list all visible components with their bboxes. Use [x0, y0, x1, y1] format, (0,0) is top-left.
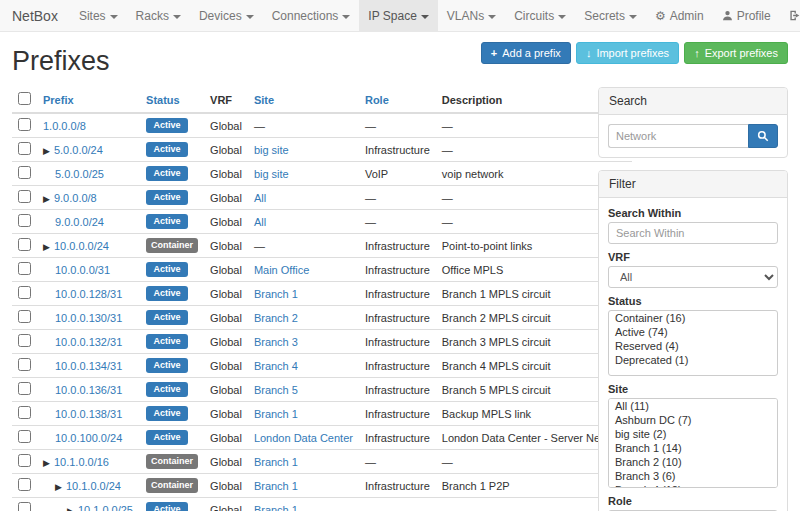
prefix-link[interactable]: 9.0.0.0/8	[54, 192, 97, 204]
site-link[interactable]: Branch 3	[254, 336, 298, 348]
row-checkbox[interactable]	[18, 214, 31, 227]
row-checkbox[interactable]	[18, 166, 31, 179]
prefix-link[interactable]: 10.1.0.0/24	[66, 480, 121, 492]
vrf-cell: Global	[204, 113, 248, 138]
row-checkbox[interactable]	[18, 430, 31, 443]
prefix-link[interactable]: 10.1.0.0/16	[54, 456, 109, 468]
nav-item-ip-space[interactable]: IP Space	[359, 0, 437, 31]
prefix-link[interactable]: 10.0.0.134/31	[55, 360, 122, 372]
site-link[interactable]: Branch 1	[254, 288, 298, 300]
filter-option[interactable]: Branch 4 (12)	[609, 483, 777, 488]
search-within-input[interactable]	[608, 222, 778, 244]
filter-option[interactable]: All (11)	[609, 399, 777, 413]
site-link[interactable]: Branch 1	[254, 456, 298, 468]
site-link[interactable]: Branch 1	[254, 480, 298, 492]
filter-option[interactable]: Reserved (4)	[609, 339, 777, 353]
row-checkbox[interactable]	[18, 142, 31, 155]
nav-item-racks[interactable]: Racks	[127, 0, 190, 31]
table-row: ▶10.1.0.0/24ContainerGlobalBranch 1Infra…	[12, 474, 632, 498]
vrf-cell: Global	[204, 426, 248, 450]
prefix-link[interactable]: 10.0.0.0/31	[55, 264, 110, 276]
admin-link[interactable]: ⚙ Admin	[646, 0, 713, 31]
gear-icon: ⚙	[655, 10, 666, 22]
prefix-link[interactable]: 10.0.0.132/31	[55, 336, 122, 348]
status-badge: Active	[146, 262, 188, 277]
search-button[interactable]	[748, 124, 778, 148]
status-filter-select[interactable]: Container (16)Active (74)Reserved (4)Dep…	[608, 310, 778, 376]
filter-option[interactable]: Ashburn DC (7)	[609, 413, 777, 427]
prefix-link[interactable]: 5.0.0.0/24	[54, 144, 103, 156]
filter-option[interactable]: big site (2)	[609, 427, 777, 441]
row-checkbox[interactable]	[18, 118, 31, 131]
row-checkbox[interactable]	[18, 502, 31, 511]
site-link[interactable]: All	[254, 216, 266, 228]
prefix-link[interactable]: 1.0.0.0/8	[43, 120, 86, 132]
site-link[interactable]: big site	[254, 168, 289, 180]
import-prefixes-button[interactable]: ↓ Import prefixes	[576, 42, 679, 64]
prefix-table: PrefixStatusVRFSiteRoleDescription 1.0.0…	[12, 87, 632, 511]
site-link[interactable]: Main Office	[254, 264, 309, 276]
row-checkbox[interactable]	[18, 406, 31, 419]
prefix-link[interactable]: 10.0.0.130/31	[55, 312, 122, 324]
nav-item-connections[interactable]: Connections	[263, 0, 360, 31]
brand-link[interactable]: NetBox	[10, 0, 70, 31]
filter-option[interactable]: Deprecated (1)	[609, 353, 777, 367]
add-prefix-button[interactable]: + Add a prefix	[481, 42, 571, 64]
row-checkbox[interactable]	[18, 478, 31, 491]
row-select-cell	[12, 498, 37, 511]
prefix-link[interactable]: 10.0.0.136/31	[55, 384, 122, 396]
profile-link[interactable]: Profile	[713, 0, 780, 31]
row-checkbox[interactable]	[18, 190, 31, 203]
site-cell: Branch 1	[248, 450, 359, 474]
filter-option[interactable]: Branch 2 (10)	[609, 455, 777, 469]
column-header-site[interactable]: Site	[248, 87, 359, 113]
prefix-link[interactable]: 10.0.100.0/24	[55, 432, 122, 444]
site-filter-select[interactable]: All (11)Ashburn DC (7)big site (2)Branch…	[608, 398, 778, 488]
prefix-link[interactable]: 5.0.0.0/25	[55, 168, 104, 180]
vrf-select[interactable]: All	[608, 266, 778, 288]
site-link[interactable]: Branch 5	[254, 384, 298, 396]
row-checkbox[interactable]	[18, 334, 31, 347]
row-checkbox[interactable]	[18, 310, 31, 323]
site-link[interactable]: All	[254, 192, 266, 204]
row-checkbox[interactable]	[18, 238, 31, 251]
prefix-link[interactable]: 10.0.0.128/31	[55, 288, 122, 300]
filter-option[interactable]: Branch 1 (14)	[609, 441, 777, 455]
row-checkbox[interactable]	[18, 262, 31, 275]
select-all-checkbox[interactable]	[18, 92, 31, 105]
row-checkbox[interactable]	[18, 382, 31, 395]
nav-item-sites[interactable]: Sites	[70, 0, 127, 31]
prefix-link[interactable]: 10.0.0.0/24	[54, 240, 109, 252]
site-link[interactable]: big site	[254, 144, 289, 156]
site-link[interactable]: Branch 4	[254, 360, 298, 372]
site-cell: Branch 2	[248, 306, 359, 330]
site-link[interactable]: Branch 1	[254, 408, 298, 420]
prefix-link[interactable]: 10.1.0.0/25	[78, 504, 133, 511]
nav-item-vlans[interactable]: VLANs	[438, 0, 505, 31]
role-cell: Infrastructure	[359, 258, 436, 282]
column-header-prefix[interactable]: Prefix	[37, 87, 140, 113]
search-input[interactable]	[608, 124, 748, 148]
logout-link[interactable]: Log out	[780, 0, 800, 31]
nav-item-secrets[interactable]: Secrets	[575, 0, 646, 31]
filter-option[interactable]: Branch 3 (6)	[609, 469, 777, 483]
row-checkbox[interactable]	[18, 454, 31, 467]
row-checkbox[interactable]	[18, 358, 31, 371]
site-link[interactable]: London Data Center	[254, 432, 353, 444]
filter-option[interactable]: Active (74)	[609, 325, 777, 339]
nav-item-circuits[interactable]: Circuits	[505, 0, 575, 31]
site-link[interactable]: Branch 1	[254, 504, 298, 511]
site-link[interactable]: Branch 2	[254, 312, 298, 324]
nav-item-label: VLANs	[447, 9, 484, 23]
row-checkbox[interactable]	[18, 286, 31, 299]
export-prefixes-button[interactable]: ↑ Export prefixes	[684, 42, 788, 64]
column-header-role[interactable]: Role	[359, 87, 436, 113]
filter-option[interactable]: Container (16)	[609, 311, 777, 325]
status-cell: Active	[140, 498, 204, 511]
status-badge: Active	[146, 406, 188, 421]
prefix-link[interactable]: 9.0.0.0/24	[55, 216, 104, 228]
nav-item-devices[interactable]: Devices	[190, 0, 263, 31]
table-row: 10.0.0.138/31ActiveGlobalBranch 1Infrast…	[12, 402, 632, 426]
prefix-link[interactable]: 10.0.0.138/31	[55, 408, 122, 420]
column-header-status[interactable]: Status	[140, 87, 204, 113]
